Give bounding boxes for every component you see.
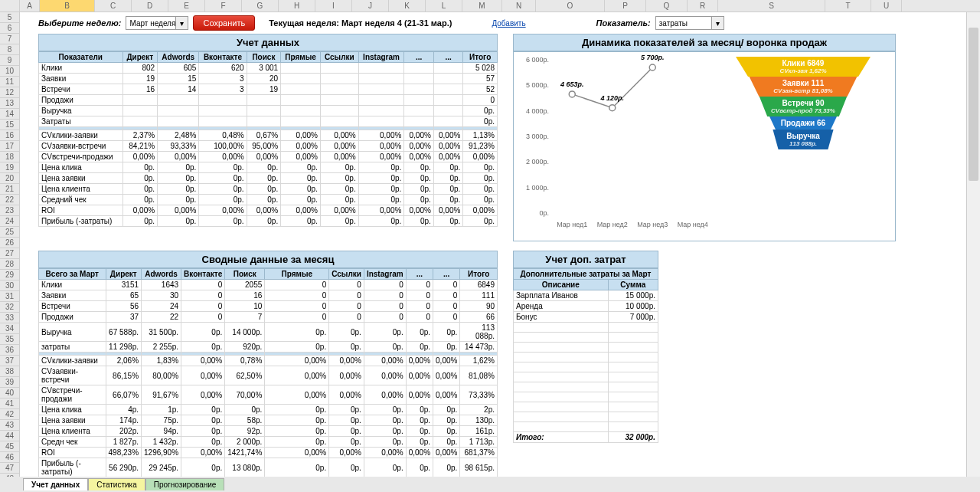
table-row[interactable]: ROI498,23%1296,90%0,00%1421,74%0,00%0,00… bbox=[39, 448, 498, 458]
table-row[interactable]: Прибыль (-затраты)56 290р.29 245р.0р.13 … bbox=[39, 458, 498, 477]
svg-text:Мар нед2: Мар нед2 bbox=[597, 221, 628, 228]
current-week: Текущая неделя: Март неделя 4 (21-31 мар… bbox=[269, 18, 452, 28]
expense-row[interactable]: Бонус7 000р. bbox=[514, 312, 658, 323]
table-row[interactable]: Цена заявки174р.75р.0р.58р.0р.0р.0р.0р.0… bbox=[39, 415, 498, 426]
table-row[interactable]: Прибыль (-затраты)0р.0р.0р.0р.0р.0р.0р.0… bbox=[39, 216, 498, 227]
svg-text:4 653р.: 4 653р. bbox=[560, 80, 584, 88]
sheet-tab-data[interactable]: Учет данных bbox=[23, 478, 88, 490]
table-row[interactable]: CVвстречи-продажи0,00%0,00%0,00%0,00%0,0… bbox=[39, 152, 498, 162]
funnel-segment: Клики 6849CVкл-зая 1,62% bbox=[727, 57, 880, 77]
expenses-table[interactable]: Дополнительные затраты за МартОписаниеСу… bbox=[513, 268, 658, 443]
svg-text:1 000р.: 1 000р. bbox=[526, 184, 549, 192]
table-row[interactable]: Цена заявки0р.0р.0р.0р.0р.0р.0р.0р.0р.0р… bbox=[39, 173, 498, 184]
add-link[interactable]: Добавить bbox=[492, 19, 525, 28]
svg-text:Мар нед4: Мар нед4 bbox=[678, 221, 708, 228]
vertical-scrollbar[interactable] bbox=[966, 12, 980, 477]
table-row[interactable]: Выручка67 588р.31 500р.0р.14 000р.0р.0р.… bbox=[39, 323, 498, 342]
svg-text:4 120р.: 4 120р. bbox=[599, 94, 624, 102]
chart-title: Динамика показателей за месяц/ воронка п… bbox=[513, 34, 896, 51]
svg-point-9 bbox=[609, 105, 616, 111]
sheet-tab-forecast[interactable]: Прогнозирование bbox=[145, 478, 225, 490]
table-row[interactable]: Средн чек1 827р.1 432р.0р.2 000р.0р.0р.0… bbox=[39, 437, 498, 448]
svg-point-11 bbox=[649, 64, 655, 71]
table1-title: Учет данных bbox=[38, 34, 498, 51]
table-row[interactable]: Встречи161431952 bbox=[39, 84, 498, 95]
svg-text:5 700р.: 5 700р. bbox=[641, 54, 665, 61]
table2-title: Сводные данные за месяц bbox=[38, 251, 498, 268]
table-row[interactable]: CVзаявки-встречи84,21%93,33%100,00%95,00… bbox=[39, 141, 498, 152]
table-row[interactable]: Выручка0р. bbox=[39, 106, 498, 116]
table-row[interactable]: Продажи3722070000066 bbox=[39, 312, 498, 323]
table-row[interactable]: CVзаявки-встречи86,15%80,00%0,00%62,50%0… bbox=[39, 366, 498, 385]
save-button[interactable]: Сохранить bbox=[193, 15, 255, 31]
table-row[interactable]: CVклики-заявки2,06%1,83%0,00%0,78%0,00%0… bbox=[39, 356, 498, 366]
week-label: Выберите неделю: bbox=[38, 18, 121, 28]
funnel-segment: Продажи 66 bbox=[765, 116, 841, 130]
table-row[interactable]: Заявки191532057 bbox=[39, 74, 498, 84]
indicator-dropdown[interactable]: затраты▾ bbox=[655, 16, 724, 30]
table-row[interactable]: ROI0,00%0,00%0,00%0,00%0,00%0,00%0,00%0,… bbox=[39, 205, 498, 216]
funnel-segment: Заявки 111CVзая-встр 81,08% bbox=[742, 77, 864, 97]
table-row[interactable]: Цена клиента0р.0р.0р.0р.0р.0р.0р.0р.0р.0… bbox=[39, 184, 498, 195]
svg-text:3 000р.: 3 000р. bbox=[526, 133, 549, 140]
table-row[interactable]: Средний чек0р.0р.0р.0р.0р.0р.0р.0р.0р.0р… bbox=[39, 195, 498, 205]
data-table-2[interactable]: Всего за МартДиректAdwordsВконтактеПоиск… bbox=[38, 268, 498, 492]
table-row[interactable]: Клики8026056203 0015 028 bbox=[39, 63, 498, 74]
expense-row[interactable]: Аренда10 000р. bbox=[514, 301, 658, 312]
svg-text:Мар нед3: Мар нед3 bbox=[637, 221, 668, 228]
table-row[interactable]: Клики3151164302055000006849 bbox=[39, 280, 498, 290]
table-row[interactable]: Продажи0 bbox=[39, 95, 498, 106]
svg-text:0р.: 0р. bbox=[539, 209, 549, 217]
table-row[interactable]: Цена клиента202р.94р.0р.92р.0р.0р.0р.0р.… bbox=[39, 426, 498, 437]
week-dropdown[interactable]: Март неделя 4▾ bbox=[126, 16, 188, 30]
indicator-label: Показатель: bbox=[596, 18, 651, 28]
chevron-down-icon: ▾ bbox=[711, 17, 724, 29]
table-row[interactable]: Цена клика0р.0р.0р.0р.0р.0р.0р.0р.0р.0р. bbox=[39, 162, 498, 173]
table-row[interactable]: затраты11 298р.2 255р.0р.920р.0р.0р.0р.0… bbox=[39, 342, 498, 353]
svg-text:2 000р.: 2 000р. bbox=[526, 158, 549, 166]
table-row[interactable]: CVвстречи-продажи66,07%91,67%0,00%70,00%… bbox=[39, 385, 498, 405]
svg-text:4 000р.: 4 000р. bbox=[526, 107, 549, 115]
data-table-1[interactable]: ПоказателиДиректAdwordsВконтактеПоискПря… bbox=[38, 51, 498, 227]
table-row[interactable]: Цена клика4р.1р.0р.0р.0р.0р.0р.0р.0р.2р. bbox=[39, 405, 498, 415]
chevron-down-icon: ▾ bbox=[175, 17, 188, 29]
table-row[interactable]: Затраты0р. bbox=[39, 116, 498, 127]
expenses-title: Учет доп. затрат bbox=[513, 251, 658, 268]
svg-text:6 000р.: 6 000р. bbox=[526, 56, 549, 64]
sheet-tab-stats[interactable]: Статистика bbox=[88, 478, 145, 490]
chart-box: 0р.1 000р.2 000р.3 000р.4 000р.5 000р.6 … bbox=[513, 51, 896, 241]
expense-row[interactable]: Зарплата Иванов15 000р. bbox=[514, 290, 658, 301]
table-row[interactable]: CVклики-заявки2,37%2,48%0,48%0,67%0,00%0… bbox=[39, 130, 498, 141]
svg-text:Мар нед1: Мар нед1 bbox=[557, 221, 587, 228]
svg-point-7 bbox=[569, 91, 575, 97]
svg-text:5 000р.: 5 000р. bbox=[526, 81, 549, 89]
funnel-segment: Выручка113 088р. bbox=[769, 130, 838, 149]
funnel-segment: Встречи 90CVвстр-прод 73,33% bbox=[753, 97, 853, 116]
table-row[interactable]: Встречи56240100000090 bbox=[39, 301, 498, 312]
table-row[interactable]: Заявки653001600000111 bbox=[39, 290, 498, 301]
